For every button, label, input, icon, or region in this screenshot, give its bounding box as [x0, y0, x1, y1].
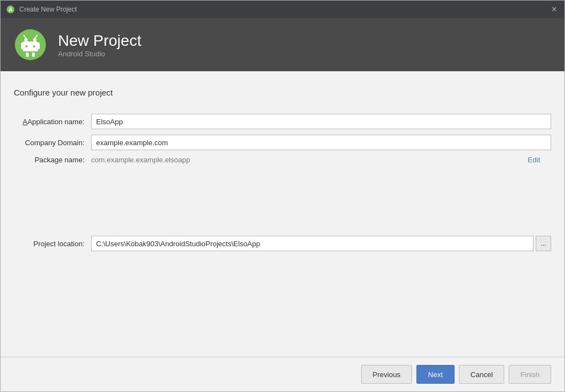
location-input-wrapper: ... [91, 236, 551, 251]
package-name-label: Package name: [14, 156, 91, 164]
edit-link[interactable]: Edit [528, 156, 551, 164]
project-location-input[interactable] [91, 236, 534, 251]
main-content: Configure your new project AApplication … [1, 71, 564, 357]
next-button[interactable]: Next [416, 365, 455, 384]
browse-button[interactable]: ... [536, 236, 551, 251]
header-title: New Project [58, 31, 141, 50]
svg-rect-9 [37, 43, 40, 49]
svg-point-12 [25, 45, 28, 47]
svg-rect-11 [32, 52, 35, 57]
header-subtitle: Android Studio [58, 50, 141, 58]
application-name-label: AApplication name: [14, 118, 91, 126]
header-text: New Project Android Studio [58, 31, 141, 59]
previous-button[interactable]: Previous [361, 365, 413, 384]
footer: Previous Next Cancel Finish [1, 357, 564, 391]
header: New Project Android Studio [1, 18, 564, 71]
android-studio-logo [14, 28, 47, 61]
spacer [14, 169, 551, 236]
application-name-row: AApplication name: [14, 114, 551, 129]
title-bar-left: A Create New Project [6, 5, 77, 14]
package-name-value: com.example.example.elsoapp [91, 156, 190, 164]
svg-point-13 [33, 45, 35, 47]
close-button[interactable]: × [550, 4, 559, 15]
company-domain-label: Company Domain: [14, 139, 91, 147]
title-bar: A Create New Project × [1, 1, 564, 18]
company-domain-input[interactable] [91, 135, 551, 150]
company-domain-row: Company Domain: [14, 135, 551, 150]
svg-rect-8 [21, 43, 24, 49]
application-name-input[interactable] [91, 114, 551, 129]
project-location-label: Project location: [14, 240, 91, 248]
section-title: Configure your new project [14, 88, 551, 97]
svg-rect-10 [26, 52, 29, 57]
android-studio-title-icon: A [6, 5, 15, 14]
package-name-row: Package name: com.example.example.elsoap… [14, 156, 551, 164]
svg-text:A: A [8, 7, 12, 13]
project-location-row: Project location: ... [14, 236, 551, 251]
cancel-button[interactable]: Cancel [459, 365, 504, 384]
finish-button[interactable]: Finish [509, 365, 551, 384]
svg-rect-3 [23, 41, 38, 51]
create-new-project-dialog: A Create New Project × New Project Andro… [0, 0, 565, 392]
title-bar-title: Create New Project [19, 6, 77, 13]
